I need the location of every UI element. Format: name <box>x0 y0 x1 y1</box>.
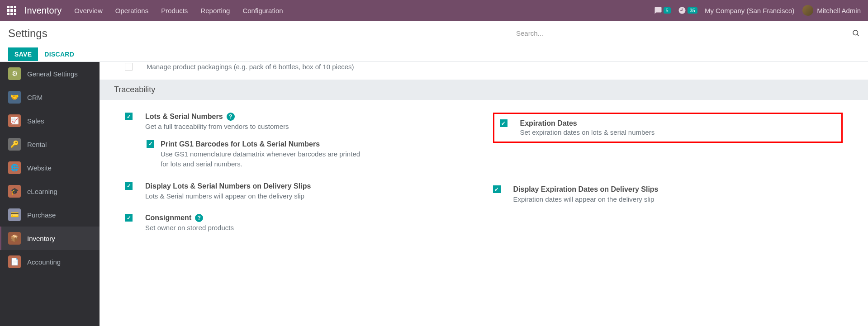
help-icon[interactable]: ? <box>195 214 203 222</box>
sidebar-item-label: Inventory <box>27 235 55 242</box>
graduation-icon: 🎓 <box>8 185 21 198</box>
setting-display-expiration: Display Expiration Dates on Delivery Sli… <box>493 185 843 205</box>
gs1-checkbox[interactable] <box>147 140 154 148</box>
setting-lots-serial-numbers: Lots & Serial Numbers ? Get a full trace… <box>125 113 475 132</box>
card-icon: 💳 <box>8 208 21 221</box>
gear-icon: ⚙ <box>8 67 21 80</box>
messages-count: 5 <box>664 7 671 14</box>
handshake-icon: 🤝 <box>8 91 21 104</box>
display-expiration-checkbox[interactable] <box>493 185 501 193</box>
lots-checkbox[interactable] <box>125 113 133 120</box>
user-menu[interactable]: Mitchell Admin <box>802 5 861 16</box>
sidebar-item-crm[interactable]: 🤝 CRM <box>0 85 100 109</box>
sidebar-item-elearning[interactable]: 🎓 eLearning <box>0 180 100 203</box>
menu-overview[interactable]: Overview <box>74 7 103 14</box>
setting-consignment: Consignment ? Set owner on stored produc… <box>125 214 475 233</box>
messages-button[interactable]: 5 <box>654 6 671 14</box>
setting-title: Display Expiration Dates on Delivery Sli… <box>513 185 659 194</box>
sidebar-item-label: Sales <box>27 117 44 125</box>
content[interactable]: Product Packagings ? Manage product pack… <box>100 62 868 326</box>
sidebar-item-website[interactable]: 🌐 Website <box>0 156 100 180</box>
sidebar-item-label: Purchase <box>27 211 56 219</box>
clock-icon <box>678 6 686 14</box>
consignment-checkbox[interactable] <box>125 214 133 222</box>
sidebar-item-sales[interactable]: 📈 Sales <box>0 109 100 132</box>
settings-grid: Lots & Serial Numbers ? Get a full trace… <box>100 100 868 250</box>
display-lots-checkbox[interactable] <box>125 182 133 190</box>
setting-desc: Lots & Serial numbers will appear on the… <box>145 191 353 202</box>
sidebar-item-general-settings[interactable]: ⚙ General Settings <box>0 62 100 85</box>
svg-point-0 <box>853 30 858 35</box>
document-icon: 📄 <box>8 255 21 268</box>
sidebar-item-purchase[interactable]: 💳 Purchase <box>0 203 100 227</box>
product-packagings-checkbox[interactable] <box>125 63 133 71</box>
setting-expiration-dates-highlighted: Expiration Dates Set expiration dates on… <box>493 113 843 143</box>
sidebar-item-label: Website <box>27 164 52 172</box>
settings-col-left: Lots & Serial Numbers ? Get a full trace… <box>125 113 475 246</box>
controlbar: Settings SAVE DISCARD <box>0 21 868 61</box>
apps-icon[interactable] <box>7 6 16 15</box>
chart-icon: 📈 <box>8 114 21 127</box>
sidebar-item-label: Rental <box>27 141 47 148</box>
menu-operations[interactable]: Operations <box>115 7 148 14</box>
expiration-checkbox[interactable] <box>500 119 508 127</box>
sidebar-item-accounting[interactable]: 📄 Accounting <box>0 250 100 274</box>
menu-products[interactable]: Products <box>161 7 188 14</box>
activities-count: 35 <box>688 7 697 14</box>
setting-display-lots: Display Lots & Serial Numbers on Deliver… <box>125 182 475 202</box>
box-icon: 📦 <box>8 232 21 245</box>
help-icon[interactable]: ? <box>227 113 235 121</box>
setting-desc: Use GS1 nomenclature datamatrix whenever… <box>161 149 369 170</box>
sidebar-item-inventory[interactable]: 📦 Inventory <box>0 227 100 250</box>
setting-gs1-barcodes: Print GS1 Barcodes for Lots & Serial Num… <box>147 140 475 170</box>
setting-desc: Manage product packagings (e.g. pack of … <box>147 63 354 71</box>
setting-desc: Get a full traceability from vendors to … <box>145 122 353 132</box>
search-wrap <box>516 26 860 40</box>
setting-title: Display Lots & Serial Numbers on Deliver… <box>145 182 311 190</box>
chat-icon <box>654 6 662 14</box>
discard-button[interactable]: DISCARD <box>44 51 74 58</box>
menu-reporting[interactable]: Reporting <box>200 7 230 14</box>
topbar: Inventory Overview Operations Products R… <box>0 0 868 21</box>
sidebar-item-label: eLearning <box>27 188 57 195</box>
sidebar-item-rental[interactable]: 🔑 Rental <box>0 132 100 156</box>
avatar <box>802 5 813 16</box>
save-button[interactable]: SAVE <box>8 47 38 61</box>
setting-title: Consignment <box>145 214 191 222</box>
sidebar: ⚙ General Settings 🤝 CRM 📈 Sales 🔑 Renta… <box>0 62 100 326</box>
setting-title: Lots & Serial Numbers <box>145 113 223 121</box>
menu-configuration[interactable]: Configuration <box>242 7 283 14</box>
setting-title: Expiration Dates <box>520 119 577 127</box>
globe-icon: 🌐 <box>8 161 21 174</box>
app-name[interactable]: Inventory <box>24 5 62 16</box>
settings-col-right: Expiration Dates Set expiration dates on… <box>493 113 843 246</box>
company-switcher[interactable]: My Company (San Francisco) <box>705 7 794 14</box>
search-input[interactable] <box>516 29 852 37</box>
setting-desc: Expiration dates will appear on the deli… <box>513 194 721 205</box>
search-icon[interactable] <box>852 29 860 37</box>
sidebar-item-label: CRM <box>27 94 43 101</box>
svg-line-1 <box>857 34 859 36</box>
user-name: Mitchell Admin <box>817 7 861 14</box>
sidebar-item-label: Accounting <box>27 258 61 266</box>
section-traceability: Traceability <box>100 80 868 100</box>
main: ⚙ General Settings 🤝 CRM 📈 Sales 🔑 Renta… <box>0 61 868 326</box>
key-icon: 🔑 <box>8 138 21 151</box>
setting-desc: Set expiration dates on lots & serial nu… <box>520 128 655 136</box>
setting-desc: Set owner on stored products <box>145 223 353 233</box>
setting-product-packagings: Product Packagings ? Manage product pack… <box>100 62 868 80</box>
page-title: Settings <box>8 27 47 40</box>
sidebar-item-label: General Settings <box>27 70 78 78</box>
setting-title: Print GS1 Barcodes for Lots & Serial Num… <box>161 140 320 148</box>
activities-button[interactable]: 35 <box>678 6 697 14</box>
